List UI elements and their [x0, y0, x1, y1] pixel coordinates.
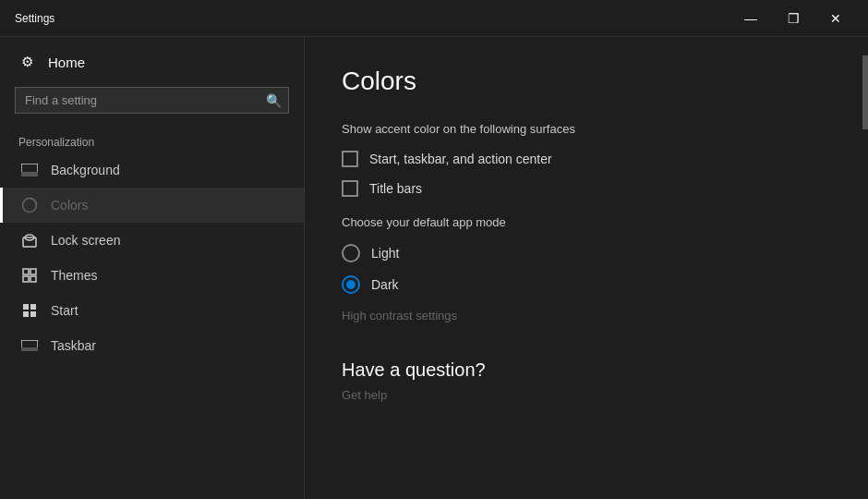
home-icon: ⚙: [18, 54, 35, 70]
dark-radio-label: Dark: [371, 277, 399, 292]
section-divider: Choose your default app mode: [342, 215, 831, 229]
app-title: Settings: [15, 12, 54, 25]
colors-label: Colors: [51, 198, 88, 213]
content-area: Colors Show accent color on the followin…: [305, 37, 868, 499]
background-label: Background: [51, 163, 120, 177]
svg-rect-8: [30, 276, 36, 282]
taskbar-checkbox-row: Start, taskbar, and action center: [342, 151, 831, 167]
sidebar-home-label: Home: [48, 55, 85, 70]
taskbar-checkbox[interactable]: [342, 151, 358, 167]
svg-rect-11: [23, 311, 29, 317]
svg-rect-5: [23, 269, 29, 274]
light-radio[interactable]: [342, 244, 360, 262]
svg-rect-6: [30, 269, 36, 274]
lock-screen-label: Lock screen: [51, 233, 120, 248]
light-radio-row: Light: [342, 244, 831, 262]
get-help-link[interactable]: Get help: [342, 388, 831, 402]
taskbar-icon: [21, 337, 38, 354]
sidebar-item-background[interactable]: Background: [0, 152, 304, 188]
app-body: ⚙ Home 🔍 Personalization Background Colo…: [0, 37, 868, 499]
start-label: Start: [51, 303, 78, 318]
themes-icon: [21, 267, 38, 284]
title-bar: Settings — ❐ ✕: [0, 0, 868, 37]
svg-rect-9: [23, 304, 29, 310]
start-icon: [21, 302, 38, 319]
sidebar-item-taskbar[interactable]: Taskbar: [0, 328, 304, 363]
question-section: Have a question? Get help: [342, 359, 831, 402]
dark-radio-row: Dark: [342, 275, 831, 294]
sidebar-item-colors[interactable]: Colors: [0, 188, 304, 223]
app-mode-label: Choose your default app mode: [342, 215, 831, 229]
light-radio-label: Light: [371, 246, 399, 261]
sidebar-item-lock-screen[interactable]: Lock screen: [0, 223, 304, 258]
sidebar: ⚙ Home 🔍 Personalization Background Colo…: [0, 37, 305, 499]
search-input[interactable]: [15, 87, 289, 114]
search-icon: 🔍: [266, 93, 282, 108]
question-title: Have a question?: [342, 359, 831, 381]
colors-icon: [21, 197, 38, 213]
high-contrast-link[interactable]: High contrast settings: [342, 309, 831, 323]
maximize-button[interactable]: ❐: [772, 0, 814, 37]
sidebar-item-themes[interactable]: Themes: [0, 258, 304, 293]
scrollbar-thumb[interactable]: [862, 55, 868, 129]
sidebar-item-home[interactable]: ⚙ Home: [0, 44, 304, 79]
lock-screen-icon: [21, 232, 38, 249]
titlebars-checkbox[interactable]: [342, 180, 358, 197]
themes-label: Themes: [51, 268, 98, 283]
svg-rect-12: [30, 311, 36, 317]
taskbar-label: Taskbar: [51, 338, 96, 353]
titlebars-checkbox-label: Title bars: [369, 181, 422, 196]
svg-rect-1: [21, 172, 38, 176]
sidebar-item-start[interactable]: Start: [0, 293, 304, 328]
background-icon: [21, 162, 38, 178]
sidebar-search: 🔍: [15, 87, 289, 114]
close-button[interactable]: ✕: [814, 0, 857, 37]
svg-rect-14: [21, 347, 38, 351]
page-title: Colors: [342, 67, 831, 96]
window-controls: — ❐ ✕: [729, 0, 857, 37]
taskbar-checkbox-label: Start, taskbar, and action center: [369, 152, 552, 166]
minimize-button[interactable]: —: [729, 0, 772, 37]
sidebar-section-title: Personalization: [0, 128, 304, 152]
svg-rect-10: [30, 304, 36, 310]
dark-radio[interactable]: [342, 275, 360, 294]
titlebars-checkbox-row: Title bars: [342, 180, 831, 197]
svg-rect-7: [23, 276, 29, 282]
accent-section-label: Show accent color on the following surfa…: [342, 122, 831, 136]
